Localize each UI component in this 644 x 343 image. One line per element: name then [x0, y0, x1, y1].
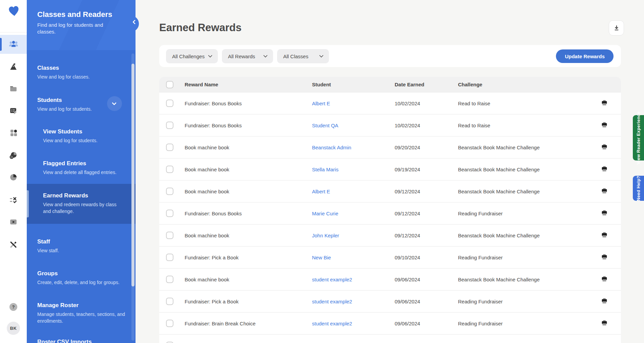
- student-link[interactable]: Marie Curie: [312, 211, 338, 216]
- help-button[interactable]: ?: [9, 303, 17, 311]
- table-row: Fundraiser: Brain Break Choice student e…: [159, 312, 621, 334]
- sidebar-collapse-button[interactable]: [123, 16, 139, 32]
- row-checkbox[interactable]: [166, 232, 173, 239]
- sidebar-item-groups[interactable]: Groups Create, edit, delete, and log for…: [27, 270, 136, 286]
- print-reward-button[interactable]: [601, 99, 608, 108]
- challenge-cell: Reading Fundraiser: [458, 321, 601, 326]
- chevron-down-icon: [112, 101, 117, 105]
- sidebar-item-flagged-entries[interactable]: Flagged Entries View and delete all flag…: [27, 160, 136, 176]
- date-earned-cell: 09/12/2024: [395, 211, 458, 216]
- student-link[interactable]: student example2: [312, 277, 352, 282]
- row-checkbox[interactable]: [166, 144, 173, 151]
- sidebar-classes-and-readers: Classes and Readers Find and log for stu…: [27, 0, 136, 343]
- row-checkbox[interactable]: [166, 100, 173, 107]
- printer-icon: [601, 209, 608, 217]
- view-reader-experience-tab[interactable]: View Reader Experience: [633, 115, 644, 160]
- date-earned-cell: 10/02/2024: [395, 101, 458, 106]
- sidebar-scrollbar-thumb[interactable]: [131, 64, 134, 286]
- sidebar-header: Classes and Readers Find and log for stu…: [27, 0, 136, 50]
- print-reward-button[interactable]: [601, 187, 608, 196]
- row-checkbox[interactable]: [166, 122, 173, 129]
- item-desc: Manage students, teachers, sections, and…: [37, 311, 126, 324]
- date-earned-cell: 09/06/2024: [395, 277, 458, 282]
- item-desc: View and log for classes.: [37, 73, 136, 80]
- student-link[interactable]: John Kepler: [312, 233, 339, 238]
- reward-name-cell: Fundraiser: Pick a Book: [185, 299, 312, 304]
- sidebar-item-roster-csv-imports[interactable]: Roster CSV Imports: [27, 339, 136, 343]
- dropdown-value: All Classes: [283, 53, 308, 59]
- student-link[interactable]: New Bie: [312, 255, 331, 260]
- student-link[interactable]: Stella Maris: [312, 167, 338, 172]
- classes-filter-dropdown[interactable]: All Classes: [277, 49, 329, 63]
- tools-icon[interactable]: [0, 238, 27, 251]
- table-row: Fundraiser: Pick a Book student example2…: [159, 290, 621, 312]
- row-checkbox[interactable]: [166, 254, 173, 261]
- print-reward-button[interactable]: [601, 143, 608, 152]
- grid-icon[interactable]: [0, 126, 27, 140]
- student-link[interactable]: student example2: [312, 299, 352, 304]
- pie-pin-icon[interactable]: [0, 148, 27, 162]
- challenge-cell: Beanstack Book Machine Challenge: [458, 277, 601, 282]
- sidebar-item-earned-rewards[interactable]: Earned Rewards View and redeem rewards b…: [27, 192, 125, 215]
- download-button[interactable]: [609, 20, 624, 36]
- row-checkbox[interactable]: [166, 276, 173, 283]
- play-video-icon[interactable]: [0, 215, 27, 229]
- date-earned-cell: 09/06/2024: [395, 299, 458, 304]
- print-reward-button[interactable]: [601, 253, 608, 262]
- date-earned-cell: 09/10/2024: [395, 255, 458, 260]
- sidebar-item-view-students[interactable]: View Students View and log for students.: [27, 128, 136, 144]
- item-desc: Create, edit, delete, and log for groups…: [37, 279, 136, 286]
- date-earned-cell: 10/02/2024: [395, 123, 458, 128]
- print-reward-button[interactable]: [601, 165, 608, 174]
- page-title: Earned Rewards: [159, 22, 242, 34]
- filter-bar: All Challenges All Rewards All Classes U…: [159, 45, 621, 67]
- table-row: Fundraiser: Bonus Books Marie Curie 09/1…: [159, 202, 621, 224]
- header-student: Student: [312, 82, 395, 87]
- challenge-cell: Read to Raise: [458, 101, 601, 106]
- table-row: Fundraiser: Bonus Books Student QA 10/02…: [159, 114, 621, 136]
- student-link[interactable]: Albert E: [312, 189, 330, 194]
- table-row: Book machine book Stella Maris 09/19/202…: [159, 158, 621, 180]
- student-link[interactable]: Albert E: [312, 101, 330, 106]
- pie-chart-icon[interactable]: [0, 170, 27, 184]
- date-earned-cell: 09/19/2024: [395, 167, 458, 172]
- challenges-filter-dropdown[interactable]: All Challenges: [166, 49, 218, 63]
- print-reward-button[interactable]: [601, 231, 608, 240]
- checklist-icon[interactable]: [0, 193, 27, 207]
- students-collapse-button[interactable]: [107, 96, 122, 111]
- row-checkbox[interactable]: [166, 342, 173, 343]
- sidebar-item-manage-roster[interactable]: Manage Roster Manage students, teachers,…: [27, 302, 136, 324]
- rewards-filter-dropdown[interactable]: All Rewards: [222, 49, 273, 63]
- mountain-flag-icon[interactable]: [0, 60, 27, 73]
- avatar[interactable]: BK: [7, 322, 20, 335]
- student-link[interactable]: student example2: [312, 321, 352, 326]
- print-reward-button[interactable]: [601, 275, 608, 284]
- need-help-tab[interactable]: Need Help?: [633, 176, 644, 201]
- print-reward-button[interactable]: [601, 297, 608, 306]
- reward-name-cell: Fundraiser: Bonus Books: [185, 101, 312, 106]
- print-reward-button[interactable]: [601, 121, 608, 130]
- folder-icon[interactable]: [0, 82, 27, 95]
- challenge-cell: Reading Fundraiser: [458, 299, 601, 304]
- student-link[interactable]: Student QA: [312, 123, 338, 128]
- print-reward-button[interactable]: [601, 209, 608, 218]
- log-edit-icon[interactable]: [0, 104, 27, 117]
- row-checkbox[interactable]: [166, 188, 173, 195]
- update-rewards-button[interactable]: Update Rewards: [556, 49, 614, 63]
- row-checkbox[interactable]: [166, 320, 173, 327]
- heart-logo[interactable]: [7, 4, 21, 18]
- sidebar-item-staff[interactable]: Staff View staff.: [27, 238, 136, 254]
- reward-name-cell: Book machine book: [185, 189, 312, 194]
- print-reward-button[interactable]: [601, 319, 608, 328]
- select-all-checkbox[interactable]: [166, 81, 173, 88]
- row-checkbox[interactable]: [166, 166, 173, 173]
- people-icon[interactable]: [0, 37, 27, 51]
- sidebar-item-classes[interactable]: Classes View and log for classes.: [27, 65, 136, 80]
- student-link[interactable]: Beanstack Admin: [312, 145, 351, 150]
- row-checkbox[interactable]: [166, 210, 173, 217]
- printer-icon: [601, 187, 608, 195]
- row-checkbox[interactable]: [166, 298, 173, 305]
- challenge-cell: Reading Fundraiser: [458, 255, 601, 260]
- printer-icon: [601, 165, 608, 173]
- rewards-table: Reward Name Student Date Earned Challeng…: [159, 77, 621, 343]
